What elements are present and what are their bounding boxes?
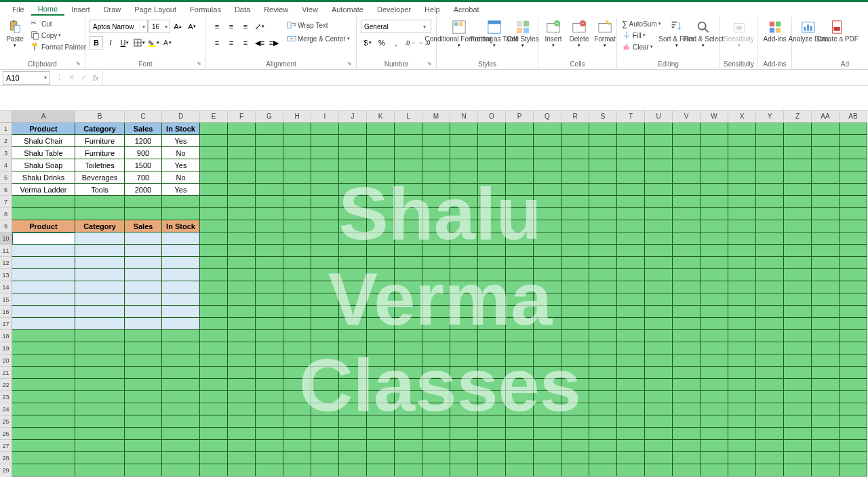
cell-E3[interactable]	[200, 147, 228, 159]
cell-X29[interactable]	[728, 464, 756, 476]
cell-Q13[interactable]	[534, 269, 561, 281]
cell-P27[interactable]	[506, 440, 534, 452]
cell-P15[interactable]	[506, 293, 534, 306]
cell-I6[interactable]	[311, 184, 339, 196]
format-as-table-button[interactable]: Format as Table▾	[480, 18, 509, 49]
orientation-button[interactable]: ⤢▾	[253, 20, 267, 33]
cell-AB13[interactable]	[840, 269, 867, 281]
cell-D25[interactable]	[162, 415, 200, 428]
cell-L11[interactable]	[395, 245, 422, 257]
cell-B2[interactable]: Furniture	[75, 135, 125, 147]
cell-M1[interactable]	[422, 123, 450, 135]
cell-G13[interactable]	[256, 269, 283, 281]
cell-K22[interactable]	[367, 379, 395, 391]
cell-U9[interactable]	[645, 220, 673, 232]
cell-Q1[interactable]	[534, 123, 561, 135]
colhdr-V[interactable]: V	[673, 110, 701, 123]
cell-S17[interactable]	[589, 318, 617, 330]
cell-K15[interactable]	[367, 293, 395, 306]
cell-L9[interactable]	[395, 220, 422, 232]
cell-O16[interactable]	[478, 306, 506, 318]
cell-T23[interactable]	[617, 391, 645, 403]
cell-Q12[interactable]	[534, 257, 561, 269]
cell-H1[interactable]	[283, 123, 311, 135]
cell-S10[interactable]	[589, 232, 617, 245]
cell-W8[interactable]	[701, 208, 728, 220]
colhdr-AA[interactable]: AA	[812, 110, 840, 123]
cell-F9[interactable]	[228, 220, 256, 232]
cell-Y10[interactable]	[756, 232, 784, 245]
cell-U23[interactable]	[645, 391, 673, 403]
cell-O20[interactable]	[478, 354, 506, 367]
cell-Q25[interactable]	[534, 415, 561, 428]
cell-AB19[interactable]	[840, 342, 867, 354]
cell-P2[interactable]	[506, 135, 534, 147]
cell-H9[interactable]	[283, 220, 311, 232]
cell-Y9[interactable]	[756, 220, 784, 232]
cell-P11[interactable]	[506, 245, 534, 257]
cell-T19[interactable]	[617, 342, 645, 354]
cell-U27[interactable]	[645, 440, 673, 452]
cell-F15[interactable]	[228, 293, 256, 306]
cell-U26[interactable]	[645, 428, 673, 440]
cell-N19[interactable]	[450, 342, 478, 354]
cell-M13[interactable]	[422, 269, 450, 281]
cell-AB16[interactable]	[840, 306, 867, 318]
cell-X4[interactable]	[728, 159, 756, 171]
cell-F13[interactable]	[228, 269, 256, 281]
cell-AB24[interactable]	[840, 403, 867, 415]
cell-B16[interactable]	[75, 306, 125, 318]
cell-J1[interactable]	[339, 123, 367, 135]
cell-H16[interactable]	[283, 306, 311, 318]
cell-X18[interactable]	[728, 330, 756, 342]
cell-G10[interactable]	[256, 232, 283, 245]
cell-O28[interactable]	[478, 452, 506, 464]
cell-F20[interactable]	[228, 354, 256, 367]
cell-Z5[interactable]	[784, 171, 812, 184]
cell-T28[interactable]	[617, 452, 645, 464]
cell-K9[interactable]	[367, 220, 395, 232]
cell-X23[interactable]	[728, 391, 756, 403]
cell-K24[interactable]	[367, 403, 395, 415]
cell-V11[interactable]	[673, 245, 701, 257]
cell-X9[interactable]	[728, 220, 756, 232]
cell-B7[interactable]	[75, 196, 125, 208]
colhdr-R[interactable]: R	[561, 110, 589, 123]
cell-X17[interactable]	[728, 318, 756, 330]
cell-D15[interactable]	[162, 293, 200, 306]
cell-K27[interactable]	[367, 440, 395, 452]
cell-P7[interactable]	[506, 196, 534, 208]
cell-L22[interactable]	[395, 379, 422, 391]
cell-G4[interactable]	[256, 159, 283, 171]
cell-X19[interactable]	[728, 342, 756, 354]
cell-C15[interactable]	[125, 293, 162, 306]
cell-K16[interactable]	[367, 306, 395, 318]
cell-AA13[interactable]	[812, 269, 840, 281]
menu-acrobat[interactable]: Acrobat	[447, 4, 486, 15]
cell-H4[interactable]	[283, 159, 311, 171]
cell-B8[interactable]	[75, 208, 125, 220]
cell-J22[interactable]	[339, 379, 367, 391]
cell-A29[interactable]	[12, 464, 75, 476]
cell-V2[interactable]	[673, 135, 701, 147]
cell-C7[interactable]	[125, 196, 162, 208]
cell-F27[interactable]	[228, 440, 256, 452]
cell-M24[interactable]	[422, 403, 450, 415]
cell-N14[interactable]	[450, 281, 478, 293]
cell-T4[interactable]	[617, 159, 645, 171]
cell-Y11[interactable]	[756, 245, 784, 257]
cell-P8[interactable]	[506, 208, 534, 220]
cell-P14[interactable]	[506, 281, 534, 293]
cell-R11[interactable]	[561, 245, 589, 257]
colhdr-I[interactable]: I	[311, 110, 339, 123]
cell-K20[interactable]	[367, 354, 395, 367]
insert-function-button[interactable]: fx	[90, 74, 102, 82]
cell-D17[interactable]	[162, 318, 200, 330]
cell-S12[interactable]	[589, 257, 617, 269]
cell-D10[interactable]	[162, 232, 200, 245]
cell-H2[interactable]	[283, 135, 311, 147]
colhdr-L[interactable]: L	[395, 110, 422, 123]
rowhdr-24[interactable]: 24	[0, 403, 12, 415]
cancel-formula-button[interactable]: ✕	[65, 73, 77, 82]
cell-V16[interactable]	[673, 306, 701, 318]
